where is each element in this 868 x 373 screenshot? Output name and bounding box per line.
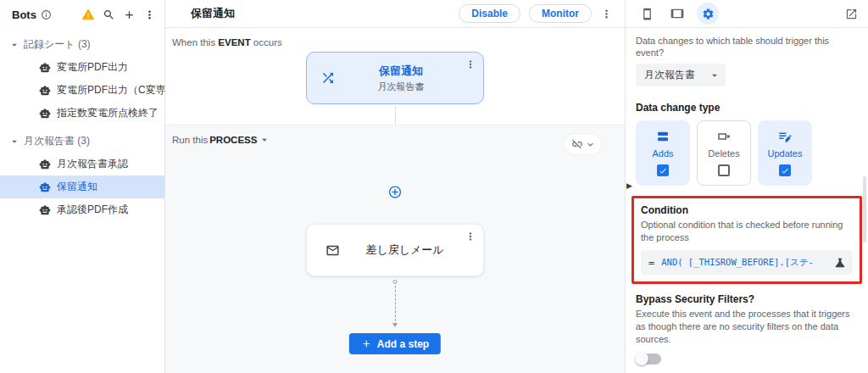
settings-panel: Data changes to which table should trigg… (625, 0, 868, 373)
robot-icon (39, 159, 51, 170)
bot-label: 指定数変電所点検終了 (57, 106, 159, 120)
option-deletes[interactable]: Deletes (697, 120, 751, 186)
updates-checkbox[interactable] (779, 164, 791, 176)
event-section: When this EVENT occurs 保留通知 月次報告書 (165, 28, 625, 125)
add-bot-icon[interactable] (123, 8, 136, 21)
table-select[interactable]: 月次報告書 (636, 64, 726, 86)
sidebar-item-0-2[interactable]: 指定数変電所点検終了 (0, 102, 164, 125)
condition-label: Condition (641, 204, 853, 216)
option-updates[interactable]: Updates (758, 120, 812, 186)
sidebar-item-0-1[interactable]: 変電所PDF出力（C変専用） (0, 79, 164, 102)
event-section-label: When this EVENT occurs (172, 37, 282, 47)
add-step-button[interactable]: Add a step (349, 333, 441, 354)
data-change-type-options: Adds Deletes Updates (636, 120, 858, 186)
bypass-label: Bypass Security Filters? (636, 293, 858, 305)
process-caret-icon (259, 134, 270, 146)
app-window: Bots 記録シート (3) 変電所PDF出力 変電所PDF出力（C変専用 (0, 0, 868, 373)
search-icon[interactable] (103, 8, 115, 21)
bots-sidebar: Bots 記録シート (3) 変電所PDF出力 変電所PDF出力（C変専用 (0, 0, 165, 373)
shuffle-icon (320, 70, 336, 86)
sidebar-item-1-0[interactable]: 月次報告書承認 (0, 153, 164, 175)
bot-label: 月次報告書承認 (57, 157, 128, 171)
condition-formula-field[interactable]: = AND( [_THISROW_BEFORE].[ステ- (641, 250, 853, 275)
bot-header: 保留通知 Disable Monitor (165, 0, 625, 28)
panel-collapse-handle[interactable]: ▶ (626, 182, 632, 190)
condition-description: Optional condition that is checked befor… (641, 219, 853, 244)
step-connector-line (391, 280, 399, 327)
expression-flask-icon[interactable] (833, 256, 847, 270)
robot-icon (39, 204, 51, 216)
option-label: Deletes (708, 148, 739, 159)
deletes-checkbox[interactable] (718, 164, 730, 176)
sidebar-item-0-0[interactable]: 変電所PDF出力 (0, 56, 164, 79)
step-node-card[interactable]: 差し戻しメール (306, 224, 484, 276)
bot-editor-main: 保留通知 Disable Monitor When this EVENT occ… (165, 0, 625, 373)
group-label: 記録シート (3) (24, 37, 91, 52)
add-rows-icon (655, 129, 670, 144)
phone-view-icon[interactable] (636, 3, 658, 25)
table-select-value: 月次報告書 (644, 68, 695, 82)
open-in-new-icon[interactable] (845, 8, 858, 20)
info-icon[interactable] (41, 9, 52, 20)
event-node-title: 保留通知 (344, 64, 458, 79)
equals-sign: = (648, 257, 654, 269)
bypass-toggle[interactable] (636, 354, 661, 365)
robot-icon (39, 108, 51, 120)
panel-scrollbar-thumb[interactable] (863, 176, 866, 242)
select-caret-icon (709, 70, 721, 81)
bot-title: 保留通知 (191, 6, 235, 21)
condition-annotation-box: Condition Optional condition that is che… (632, 196, 862, 284)
plus-icon (361, 338, 372, 349)
monitor-button[interactable]: Monitor (529, 4, 592, 23)
link-off-icon (571, 138, 583, 150)
option-label: Adds (652, 148, 673, 159)
process-section: Run this PROCESS 差し戻しメール (165, 125, 625, 373)
bot-label: 変電所PDF出力 (57, 60, 128, 75)
step-node-more-icon[interactable] (465, 231, 476, 242)
event-node-card[interactable]: 保留通知 月次報告書 (306, 52, 484, 104)
settings-tab-icon[interactable] (697, 3, 719, 25)
warning-icon[interactable] (81, 8, 95, 21)
robot-icon (39, 62, 51, 74)
bot-label: 承認後PDF作成 (57, 203, 128, 217)
bypass-description: Execute this event and the processes tha… (636, 308, 858, 346)
sidebar-header: Bots (0, 0, 164, 28)
collapse-caret-icon (8, 136, 20, 148)
event-connector-line (395, 106, 396, 125)
robot-icon (39, 85, 51, 97)
condition-formula-text: AND( [_THISROW_BEFORE].[ステ- (661, 257, 826, 269)
chevron-down-icon (585, 139, 596, 150)
event-node-subtitle: 月次報告書 (344, 81, 458, 93)
data-change-type-label: Data change type (636, 102, 858, 114)
edit-note-icon (777, 129, 793, 144)
mail-icon (326, 243, 340, 258)
group-header-kiroku-sheet[interactable]: 記録シート (3) (0, 33, 164, 56)
sidebar-title: Bots (12, 8, 36, 21)
bot-group-geppou: 月次報告書 (3) 月次報告書承認 保留通知 承認後PDF作成 (0, 130, 164, 221)
bypass-section: Bypass Security Filters? Execute this ev… (636, 293, 858, 365)
delete-row-icon (716, 129, 732, 144)
option-label: Updates (768, 148, 803, 159)
collapse-caret-icon (8, 39, 20, 51)
sidebar-item-1-2[interactable]: 承認後PDF作成 (0, 198, 164, 221)
disable-button[interactable]: Disable (459, 4, 520, 23)
sidebar-more-icon[interactable] (143, 8, 156, 21)
bot-group-kiroku-sheet: 記録シート (3) 変電所PDF出力 変電所PDF出力（C変専用） 指定数変電所… (0, 33, 164, 125)
group-label: 月次報告書 (3) (24, 134, 90, 148)
process-section-label[interactable]: Run this PROCESS (172, 134, 270, 146)
sidebar-item-1-1-selected[interactable]: 保留通知 (0, 175, 164, 198)
event-node-more-icon[interactable] (465, 58, 476, 70)
table-question-label: Data changes to which table should trigg… (636, 35, 858, 58)
robot-icon (39, 181, 51, 193)
flow-canvas: When this EVENT occurs 保留通知 月次報告書 Run th… (165, 28, 625, 373)
bot-more-icon[interactable] (600, 8, 613, 20)
insert-step-icon[interactable] (388, 185, 403, 199)
option-adds[interactable]: Adds (636, 120, 690, 186)
bot-label: 保留通知 (57, 180, 97, 194)
event-settings-body: Data changes to which table should trigg… (626, 28, 868, 373)
group-header-geppou[interactable]: 月次報告書 (3) (0, 130, 164, 153)
step-node-title: 差し戻しメール (352, 242, 458, 258)
adds-checkbox[interactable] (657, 164, 669, 176)
process-link-toggle[interactable] (565, 134, 601, 154)
tablet-view-icon[interactable] (666, 3, 688, 25)
